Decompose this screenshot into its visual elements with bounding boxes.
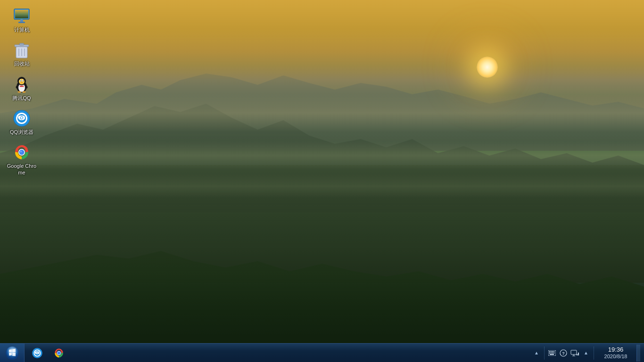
desktop-icon-recycle-bin[interactable]: 回收站 xyxy=(5,39,39,69)
svg-rect-58 xyxy=(553,351,554,352)
svg-rect-59 xyxy=(549,353,550,354)
svg-point-20 xyxy=(21,80,21,81)
tray-separator-2 xyxy=(594,346,594,360)
svg-rect-56 xyxy=(551,351,552,352)
chrome-icon xyxy=(12,143,31,162)
qq-browser-icon xyxy=(12,109,31,128)
svg-rect-62 xyxy=(553,353,554,354)
svg-rect-61 xyxy=(552,353,553,354)
tray-expand-button[interactable]: ▲ xyxy=(532,348,541,358)
svg-rect-11 xyxy=(19,43,24,45)
svg-rect-3 xyxy=(20,19,23,22)
svg-point-40 xyxy=(20,151,22,152)
svg-point-15 xyxy=(19,79,25,84)
qq-browser-icon-label: QQ浏览器 xyxy=(10,129,33,135)
recycle-bin-icon-label: 回收站 xyxy=(14,60,30,67)
svg-point-26 xyxy=(18,91,21,92)
svg-point-21 xyxy=(23,80,24,81)
svg-rect-66 xyxy=(571,350,577,354)
clock-time: 19:36 xyxy=(608,346,624,354)
desktop-icon-chrome[interactable]: Google Chrome xyxy=(5,141,39,178)
taskbar: ▲ xyxy=(0,343,644,362)
svg-rect-2 xyxy=(15,10,28,18)
tray-keyboard-icon[interactable] xyxy=(547,348,557,358)
tray-network-icon[interactable] xyxy=(570,348,579,358)
taskbar-icon-chrome[interactable] xyxy=(49,345,69,362)
start-button[interactable] xyxy=(0,344,25,362)
svg-point-39 xyxy=(19,150,25,155)
tray-help-icon[interactable]: ? xyxy=(559,348,568,358)
svg-rect-4 xyxy=(18,22,25,23)
taskbar-items xyxy=(25,344,528,362)
system-tray: ▲ xyxy=(528,344,644,362)
desktop-icon-qq-browser[interactable]: QQ浏览器 xyxy=(5,107,39,137)
show-desktop-button[interactable] xyxy=(636,345,640,362)
svg-point-5 xyxy=(21,18,22,19)
svg-point-27 xyxy=(23,91,26,92)
recycle-bin-icon xyxy=(12,41,31,59)
svg-rect-63 xyxy=(550,354,554,355)
sun xyxy=(477,57,498,78)
svg-point-53 xyxy=(58,351,61,354)
svg-point-22 xyxy=(21,82,23,82)
svg-point-25 xyxy=(21,85,23,87)
svg-point-35 xyxy=(21,117,23,119)
taskbar-icon-qq-browser[interactable] xyxy=(27,345,47,362)
qq-icon-label: 腾讯QQ xyxy=(12,95,31,101)
clock-date: 2020/8/18 xyxy=(604,354,627,360)
svg-point-50 xyxy=(37,352,38,353)
svg-rect-60 xyxy=(551,353,552,354)
computer-icon xyxy=(12,7,31,25)
computer-icon-label: 计算机 xyxy=(14,26,30,33)
desktop-icon-computer[interactable]: 计算机 xyxy=(5,5,39,35)
svg-rect-69 xyxy=(577,354,578,355)
tray-show-hidden-icon[interactable]: ▲ xyxy=(581,348,591,358)
svg-rect-70 xyxy=(578,353,579,355)
svg-rect-57 xyxy=(552,351,553,352)
clock-area[interactable]: 19:36 2020/8/18 xyxy=(597,344,635,362)
desktop: 计算机 回收站 xyxy=(0,0,644,362)
tray-separator-1 xyxy=(544,346,545,360)
qq-icon xyxy=(12,75,31,94)
desktop-icon-qq[interactable]: 腾讯QQ xyxy=(5,73,39,103)
desktop-icon-area: 计算机 回收站 xyxy=(0,0,43,183)
svg-rect-55 xyxy=(549,351,550,352)
chrome-icon-label: Google Chrome xyxy=(7,163,37,176)
svg-text:?: ? xyxy=(562,351,565,356)
